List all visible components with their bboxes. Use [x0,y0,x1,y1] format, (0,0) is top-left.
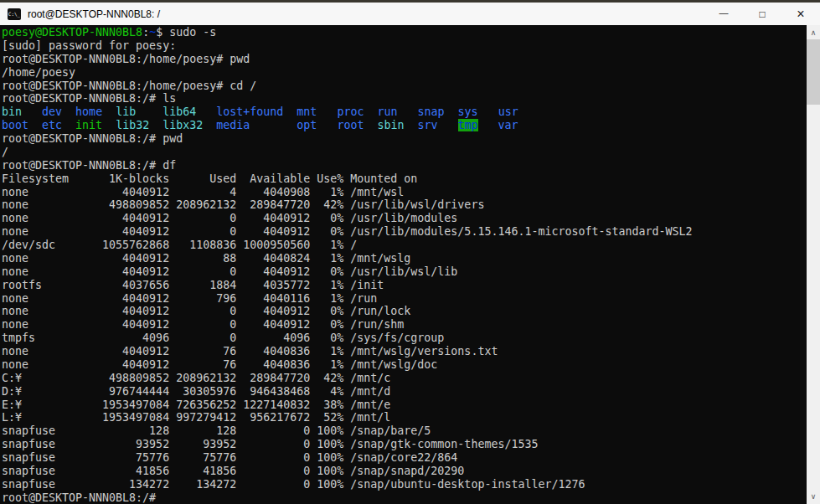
terminal-line: snapfuse 93952 93952 0 100% /snap/gtk-co… [2,438,807,451]
terminal-text-segment [317,119,337,131]
terminal-line: bin dev home lib lib64 lost+found mnt pr… [2,105,807,119]
terminal-text-segment: boot [2,119,28,131]
terminal-line: snapfuse 41856 41856 0 100% /snap/snapd/… [2,465,807,478]
terminal-text-segment: lib64 [162,105,196,118]
terminal-text-segment [102,105,116,118]
terminal-line: none 4040912 88 4040824 1% /mnt/wslg [2,252,807,265]
terminal-text-segment: root@DESKTOP-NNN0BL8:/# df [2,159,176,172]
terminal-text-segment: mnt [297,105,317,118]
terminal-text-segment [478,119,498,131]
terminal-text-segment [364,119,377,131]
cmd-app-icon[interactable]: C:\_ [8,8,21,20]
terminal-line: snapfuse 134272 134272 0 100% /snap/ubun… [2,478,807,491]
terminal-text-segment: snapfuse 93952 93952 0 100% /snap/gtk-co… [2,438,538,450]
terminal-text-segment [62,119,75,131]
terminal-line: boot etc init lib32 libx32 media opt roo… [2,119,807,132]
terminal-line: /dev/sdc 1055762868 1108836 1000950560 1… [2,239,807,252]
scroll-down-icon[interactable]: ∨ [807,490,820,503]
terminal-text-segment: none 4040912 76 4040836 1% /mnt/wslg/ver… [2,345,498,357]
terminal-text-segment: none 4040912 76 4040836 1% /mnt/wslg/doc [2,358,437,371]
terminal-text-segment: bin [2,105,22,118]
terminal-text-segment [364,105,377,118]
maximize-button[interactable]: □ [743,3,781,25]
terminal-line: none 498809852 208962132 289847720 42% /… [2,198,807,212]
terminal-text-segment [136,105,162,118]
terminal-text-segment: media [216,119,250,131]
terminal-text-segment: / [2,146,8,158]
terminal-text-segment: none 4040912 0 4040912 0% /run/lock [2,305,410,317]
terminal-line: [sudo] password for poesy: [2,39,807,53]
terminal-text-segment: $ sudo -s [156,26,216,39]
terminal-text-segment: none 4040912 0 4040912 0% /run/shm [2,318,404,331]
terminal-line: / [2,146,807,159]
terminal-text-segment: ~ [149,26,156,39]
terminal-text-segment [196,105,216,118]
terminal-line: none 4040912 0 4040912 0% /usr/lib/modul… [2,212,807,225]
terminal-line: L:¥ 1953497084 997279412 956217672 52% /… [2,411,807,424]
terminal-text-segment: init [75,119,102,131]
terminal-line: none 4040912 0 4040912 0% /run/shm [2,318,807,332]
terminal-line: none 4040912 76 4040836 1% /mnt/wslg/doc [2,358,807,372]
terminal-text-segment: E:¥ 1953497084 726356252 1227140832 38% … [2,399,390,411]
terminal-text-segment: D:¥ 976744444 30305976 946438468 4% /mnt… [2,385,390,398]
terminal-text-segment: dev [42,105,62,118]
scrollbar[interactable]: ∧ ∨ [807,25,820,504]
terminal-line: none 4040912 796 4040116 1% /run [2,292,807,306]
terminal-line: E:¥ 1953497084 726356252 1227140832 38% … [2,399,807,412]
terminal-line: poesy@DESKTOP-NNN0BL8:~$ sudo -s [2,26,807,39]
terminal-text-segment: none 4040912 0 4040912 0% /usr/lib/modul… [2,212,457,224]
title-bar[interactable]: C:\_ root@DESKTOP-NNN0BL8: / — □ × [0,3,820,25]
terminal-text-segment: none 4040912 0 4040912 0% /usr/lib/wsl/l… [2,265,457,278]
terminal-text-segment [283,105,297,118]
terminal-text-segment [478,105,498,118]
terminal-line: none 4040912 4 4040908 1% /mnt/wsl [2,186,807,199]
terminal-text-segment: tmp [458,119,478,131]
terminal-line: none 4040912 76 4040836 1% /mnt/wslg/ver… [2,345,807,358]
terminal-text-segment [398,105,418,118]
terminal-text-segment [149,119,162,131]
terminal-line: root@DESKTOP-NNN0BL8:/home/poesy# pwd [2,53,807,66]
terminal-text-segment: C:¥ 498809852 208962132 289847720 42% /m… [2,372,390,384]
window-title: root@DESKTOP-NNN0BL8: / [28,8,160,20]
terminal-line: none 4040912 0 4040912 0% /usr/lib/wsl/l… [2,265,807,279]
terminal-text-segment: opt [297,119,317,131]
terminal-text-segment: home [75,105,102,118]
terminal-text-segment [404,119,417,131]
terminal-text-segment: root@DESKTOP-NNN0BL8:/# [2,491,156,504]
terminal-text-segment [317,105,337,118]
terminal-output[interactable]: poesy@DESKTOP-NNN0BL8:~$ sudo -s[sudo] p… [0,25,807,504]
terminal-text-segment: root@DESKTOP-NNN0BL8:/# ls [2,92,176,105]
terminal-text-segment: none 4040912 4 4040908 1% /mnt/wsl [2,186,404,198]
terminal-text-segment: srv [417,119,437,131]
terminal-line: none 4040912 0 4040912 0% /usr/lib/modul… [2,225,807,239]
terminal-text-segment: snap [418,105,445,118]
terminal-text-segment: none 4040912 0 4040912 0% /usr/lib/modul… [2,225,693,238]
terminal-text-segment: var [498,119,518,131]
terminal-text-segment: etc [42,119,62,131]
terminal-text-segment [438,119,458,131]
terminal-text-segment: none 4040912 796 4040116 1% /run [2,292,377,305]
terminal-line: C:¥ 498809852 208962132 289847720 42% /m… [2,372,807,385]
terminal-text-segment: lib32 [116,119,149,131]
terminal-line: Filesystem 1K-blocks Used Available Use%… [2,172,807,186]
scroll-thumb[interactable] [807,39,820,105]
terminal-text-segment: /home/poesy [2,66,75,79]
terminal-text-segment: usr [498,105,518,118]
terminal-text-segment [203,119,216,131]
terminal-text-segment: snapfuse 75776 75776 0 100% /snap/core22… [2,451,457,464]
terminal-line: snapfuse 128 128 0 100% /snap/bare/5 [2,424,807,438]
terminal-text-segment: Filesystem 1K-blocks Used Available Use%… [2,172,417,185]
terminal-line: root@DESKTOP-NNN0BL8:/# [2,491,807,504]
terminal-text-segment: /dev/sdc 1055762868 1108836 1000950560 1… [2,239,357,251]
scroll-up-icon[interactable]: ∧ [807,26,820,39]
terminal-text-segment [28,119,42,131]
terminal-line: none 4040912 0 4040912 0% /run/lock [2,305,807,318]
terminal-line: root@DESKTOP-NNN0BL8:/# df [2,159,807,172]
terminal-text-segment [102,119,116,131]
close-button[interactable]: × [781,3,820,25]
terminal-text-segment: tmpfs 4096 0 4096 0% /sys/fs/cgroup [2,332,444,344]
terminal-text-segment: poesy@DESKTOP-NNN0BL8 [2,26,142,39]
minimize-button[interactable]: — [704,1,743,27]
terminal-text-segment: snapfuse 128 128 0 100% /snap/bare/5 [2,424,431,437]
terminal-text-segment [445,105,458,118]
